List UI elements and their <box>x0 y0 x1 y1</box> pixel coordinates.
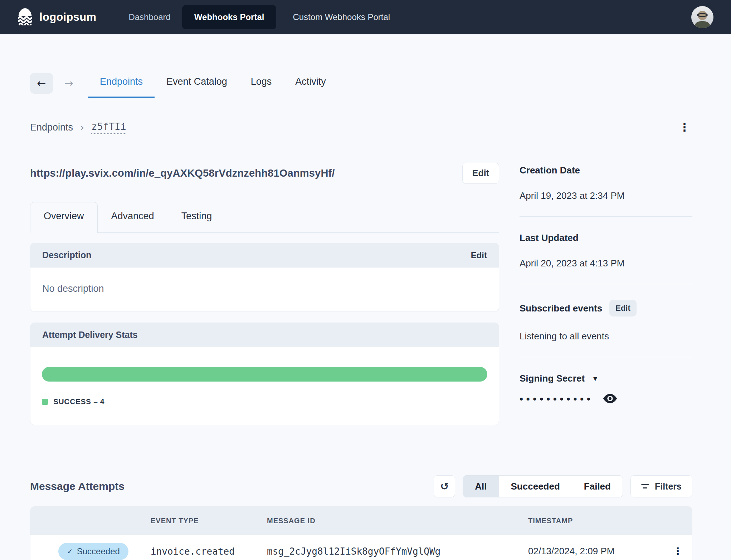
reveal-secret-button[interactable] <box>603 393 617 405</box>
check-icon: ✓ <box>67 547 73 556</box>
timestamp-cell: 02/13/2024, 2:09 PM <box>528 546 663 557</box>
filter-icon <box>641 484 649 488</box>
filters-button-label: Filters <box>655 481 682 492</box>
stats-legend: SUCCESS – 4 <box>42 397 487 406</box>
row-options-button[interactable]: ⋮ <box>663 545 692 557</box>
masked-secret: ••••••••••• <box>520 394 594 404</box>
delivery-stats-card: Attempt Delivery Stats SUCCESS – 4 <box>30 323 499 425</box>
user-avatar[interactable] <box>691 6 713 28</box>
top-nav: logoipsum Dashboard Webhooks Portal Cust… <box>0 0 731 34</box>
tab-overview[interactable]: Overview <box>30 202 98 233</box>
portal-tab-bar: ← → Endpoints Event Catalog Logs Activit… <box>30 68 692 98</box>
event-type-cell: invoice.created <box>151 546 267 557</box>
refresh-button[interactable]: ↺ <box>434 475 455 497</box>
tab-endpoints[interactable]: Endpoints <box>88 68 155 98</box>
success-legend-label: SUCCESS – 4 <box>53 397 104 406</box>
breadcrumb-endpoints-link[interactable]: Endpoints <box>30 122 73 133</box>
last-updated-value: April 20, 2023 at 4:13 PM <box>520 258 692 269</box>
creation-date-group: Creation Date April 19, 2023 at 2:34 PM <box>520 165 692 201</box>
kebab-menu-icon: ⋮ <box>679 121 690 134</box>
event-type-column-header: EVENT TYPE <box>151 517 267 525</box>
main-column: https://play.svix.com/in/e_qyAXKQ58rVdzn… <box>30 162 499 425</box>
portal-tabs: Endpoints Event Catalog Logs Activity <box>88 68 338 98</box>
refresh-icon: ↺ <box>440 480 449 492</box>
message-attempts-table: EVENT TYPE MESSAGE ID TIMESTAMP ✓ Succee… <box>30 506 692 560</box>
table-row[interactable]: ✓ Succeeded invoice.created msg_2cJyg8l1… <box>30 535 692 560</box>
breadcrumb: Endpoints › z5fTIi ⋮ <box>30 119 692 135</box>
filter-succeeded-button[interactable]: Succeeded <box>499 476 572 497</box>
divider <box>520 284 692 284</box>
subscribed-events-row: Subscribed events Edit <box>520 300 692 316</box>
status-filter-segmented-control: All Succeeded Failed <box>463 475 623 497</box>
kebab-menu-icon: ⋮ <box>673 545 683 557</box>
description-title: Description <box>42 250 92 260</box>
edit-subscribed-events-button[interactable]: Edit <box>609 300 637 316</box>
back-arrow-icon: ← <box>37 77 46 89</box>
creation-date-value: April 19, 2023 at 2:34 PM <box>520 190 692 201</box>
description-card-header: Description Edit <box>30 243 499 267</box>
page-content: ← → Endpoints Event Catalog Logs Activit… <box>0 68 731 560</box>
filter-all-button[interactable]: All <box>463 476 498 497</box>
chevron-right-icon: › <box>80 122 84 133</box>
delivery-stats-body: SUCCESS – 4 <box>30 347 499 425</box>
delivery-stats-title: Attempt Delivery Stats <box>42 330 138 340</box>
nav-item-custom-webhooks-portal[interactable]: Custom Webhooks Portal <box>289 6 394 29</box>
status-badge: ✓ Succeeded <box>58 543 128 560</box>
attempt-controls: ↺ All Succeeded Failed Filters <box>434 475 692 497</box>
divider <box>520 216 692 217</box>
logo-egg-waves-icon <box>16 8 34 27</box>
subscribed-events-value: Listening to all events <box>520 331 692 342</box>
status-cell: ✓ Succeeded <box>30 543 151 560</box>
message-attempts-title: Message Attempts <box>30 480 125 492</box>
filters-button[interactable]: Filters <box>630 475 692 497</box>
tab-logs[interactable]: Logs <box>239 68 284 98</box>
creation-date-label: Creation Date <box>520 165 692 176</box>
description-empty-text: No description <box>42 283 104 294</box>
caret-down-icon: ▾ <box>593 374 597 383</box>
signing-secret-row[interactable]: Signing Secret ▾ <box>520 373 692 384</box>
description-body: No description <box>30 267 499 311</box>
endpoint-meta-sidebar: Creation Date April 19, 2023 at 2:34 PM … <box>520 162 692 425</box>
success-bar-track <box>42 367 487 382</box>
detail-tabs: Overview Advanced Testing <box>30 202 499 233</box>
tab-activity[interactable]: Activity <box>283 68 338 98</box>
signing-secret-label: Signing Secret <box>520 373 585 384</box>
last-updated-group: Last Updated April 20, 2023 at 4:13 PM <box>520 232 692 269</box>
forward-button[interactable]: → <box>57 73 80 94</box>
endpoint-url: https://play.svix.com/in/e_qyAXKQ58rVdzn… <box>30 167 335 179</box>
forward-arrow-icon: → <box>64 77 73 89</box>
logo-text: logoipsum <box>39 11 96 24</box>
endpoint-options-button[interactable]: ⋮ <box>677 119 692 135</box>
description-card: Description Edit No description <box>30 243 499 312</box>
delivery-stats-header: Attempt Delivery Stats <box>30 323 499 347</box>
subscribed-events-label: Subscribed events <box>520 303 602 314</box>
edit-url-button[interactable]: Edit <box>462 163 499 184</box>
divider <box>520 357 692 357</box>
timestamp-column-header: TIMESTAMP <box>528 517 663 525</box>
signing-secret-value-row: ••••••••••• <box>520 393 692 405</box>
success-bar <box>42 367 487 382</box>
last-updated-label: Last Updated <box>520 232 692 244</box>
tab-advanced[interactable]: Advanced <box>98 202 168 232</box>
message-id-cell: msg_2cJyg8l12IiSk8gyOFfYmVglQWg <box>267 546 528 557</box>
columns: https://play.svix.com/in/e_qyAXKQ58rVdzn… <box>30 162 692 425</box>
success-legend-swatch <box>42 399 48 405</box>
back-button[interactable]: ← <box>30 73 53 94</box>
nav-item-dashboard[interactable]: Dashboard <box>125 6 174 29</box>
table-header-row: EVENT TYPE MESSAGE ID TIMESTAMP <box>30 507 692 535</box>
message-id-column-header: MESSAGE ID <box>267 517 528 525</box>
breadcrumb-endpoint-id[interactable]: z5fTIi <box>91 121 126 134</box>
logo: logoipsum <box>16 8 96 27</box>
tab-testing[interactable]: Testing <box>168 202 226 232</box>
subscribed-events-group: Subscribed events Edit Listening to all … <box>520 300 692 342</box>
filter-failed-button[interactable]: Failed <box>572 476 623 497</box>
signing-secret-group: Signing Secret ▾ ••••••••••• <box>520 373 692 405</box>
edit-description-button[interactable]: Edit <box>471 250 487 260</box>
nav-item-webhooks-portal[interactable]: Webhooks Portal <box>182 5 277 29</box>
tab-event-catalog[interactable]: Event Catalog <box>155 68 239 98</box>
eye-icon <box>603 393 617 405</box>
status-badge-label: Succeeded <box>77 546 120 556</box>
endpoint-url-row: https://play.svix.com/in/e_qyAXKQ58rVdzn… <box>30 162 499 184</box>
message-attempts-header: Message Attempts ↺ All Succeeded Failed … <box>30 475 692 497</box>
